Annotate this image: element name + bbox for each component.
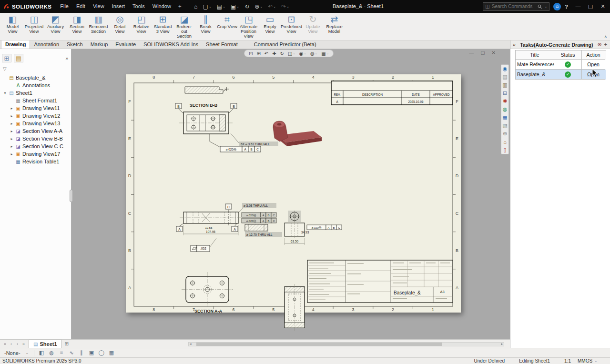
- file-explorer-tab[interactable]: ⊟: [501, 89, 508, 97]
- feature-control-frame[interactable]: ⌀.020Ⓜ A B C: [307, 225, 342, 230]
- tree-item-sheet1[interactable]: ▾▤Sheet1: [0, 89, 71, 97]
- layer-dropdown[interactable]: -None- ⌄: [2, 350, 31, 356]
- tab-markup[interactable]: Markup: [87, 40, 112, 49]
- menu-pin-icon[interactable]: ✦: [175, 4, 184, 9]
- menu-tools[interactable]: Tools: [129, 0, 149, 13]
- hide-show-tab[interactable]: ◉: [501, 65, 508, 73]
- next-sheet-icon[interactable]: ›: [14, 342, 20, 346]
- part-3d-preview[interactable]: [273, 121, 322, 146]
- featuremanager-tab-icon[interactable]: ⊞: [2, 54, 11, 62]
- tree-item-revision-table1[interactable]: ▦Revision Table1: [0, 158, 71, 165]
- search-box[interactable]: ◫ ⌄: [483, 2, 549, 11]
- tab-drawing[interactable]: Drawing: [1, 40, 30, 49]
- scrollbar-thumb[interactable]: [196, 343, 442, 346]
- tab-sheet-format[interactable]: Sheet Format: [202, 40, 242, 49]
- open-button[interactable]: ▤⌄: [215, 3, 227, 10]
- tree-item-drawing-view12[interactable]: ▸▣Drawing View12: [0, 112, 71, 120]
- viewport-minimize-icon[interactable]: —: [469, 50, 474, 55]
- zoom-area-button[interactable]: ⊞: [256, 51, 260, 56]
- hide-show-items-button[interactable]: ◉⌄: [299, 51, 306, 56]
- menu-file[interactable]: File: [56, 0, 72, 13]
- crop-view-button[interactable]: ⌗Crop View: [216, 14, 238, 30]
- tree-item-drawing-view13[interactable]: ▸▣Drawing View13: [0, 120, 71, 127]
- viewport-restore-icon[interactable]: ▢: [480, 50, 485, 55]
- menu-window[interactable]: Window: [149, 0, 175, 13]
- drawing-view-side[interactable]: [285, 211, 305, 238]
- filter-icon[interactable]: ▽: [3, 66, 7, 71]
- pan-button[interactable]: ✚: [272, 51, 276, 56]
- panel-splitter-handle[interactable]: [70, 190, 73, 202]
- tree-item-section-view-b-b[interactable]: ▸◪Section View B-B: [0, 135, 71, 142]
- drawing-view-top[interactable]: [182, 272, 233, 307]
- units-dropdown[interactable]: MMGS ⌄: [578, 358, 608, 364]
- add-sheet-icon[interactable]: ⊞: [65, 341, 69, 346]
- tab-command-predictor-beta[interactable]: Command Predictor (Beta): [250, 40, 320, 49]
- revision-table[interactable]: REV. DESCRIPTION DATE APPROVED A 2025-10…: [331, 81, 453, 105]
- auxiliary-view-button[interactable]: ◩Auxiliary View: [45, 14, 66, 34]
- dimension-text[interactable]: 34.93: [301, 231, 309, 234]
- expand-right-icon[interactable]: ▸: [10, 114, 14, 118]
- horizontal-scrollbar[interactable]: ◂ ▸: [188, 342, 504, 346]
- hole-callout-508[interactable]: ⌀ 5.08 THRU ALL: [238, 203, 276, 213]
- open-link[interactable]: Open: [587, 61, 600, 67]
- appearances-tab[interactable]: ◍: [501, 105, 508, 113]
- expand-right-icon[interactable]: ▸: [10, 137, 14, 141]
- line-thickness-icon[interactable]: ≡: [57, 350, 66, 356]
- home-tab[interactable]: ⌂: [501, 138, 508, 146]
- minimize-button[interactable]: —: [572, 0, 584, 13]
- clipboard-tab[interactable]: ▤: [501, 73, 508, 81]
- section-view-cc[interactable]: ⌀.020Ⓜ A B C ⌀.020Ⓜ A B C ⌀ 12.70 THRU A…: [242, 212, 282, 237]
- flatness-frame[interactable]: .002: [191, 238, 216, 252]
- scroll-right-icon[interactable]: ▸: [501, 342, 503, 346]
- gear-icon[interactable]: ⊛: [597, 41, 601, 48]
- expand-right-icon[interactable]: ▸: [10, 129, 14, 133]
- scroll-left-icon[interactable]: ◂: [190, 342, 192, 346]
- first-sheet-icon[interactable]: «: [2, 342, 8, 346]
- sheet-tab-sheet1[interactable]: ▤ Sheet1: [29, 340, 62, 348]
- options-button[interactable]: ⊛⌄: [253, 3, 264, 10]
- tree-item-baseplate[interactable]: ▤Baseplate_&: [0, 74, 71, 81]
- forum-tab[interactable]: ▯: [501, 146, 508, 154]
- tree-item-sheet-format1[interactable]: ▦Sheet Format1: [0, 97, 71, 104]
- search-caret-icon[interactable]: ⌄: [544, 5, 547, 9]
- table-icon[interactable]: ▦: [107, 350, 116, 356]
- projected-view-button[interactable]: ◫Projected View: [23, 14, 45, 34]
- dimension-text[interactable]: 13.55: [205, 226, 213, 229]
- settings-gear-tab[interactable]: ⊛: [501, 130, 508, 138]
- color-display-mode-icon[interactable]: ▣: [87, 350, 96, 356]
- home-button[interactable]: ⌂: [192, 3, 199, 10]
- last-sheet-icon[interactable]: »: [20, 342, 27, 346]
- search-input[interactable]: [492, 4, 536, 9]
- tree-item-drawing-view17[interactable]: ▸▣Drawing View17: [0, 150, 71, 158]
- line-style-icon[interactable]: ∿: [67, 350, 76, 356]
- user-avatar[interactable]: ☺: [553, 3, 561, 10]
- new-document-button[interactable]: ▢⌄: [201, 3, 214, 10]
- title-block[interactable]: Baseplate_& A3: [307, 260, 453, 303]
- drawing-sheet[interactable]: 87654321 87654321 FEDCBA FEDCBA: [126, 74, 461, 313]
- broken-out-section-button[interactable]: ◪Broken-out Section: [173, 14, 195, 39]
- tab-solidworks-add-ins[interactable]: SOLIDWORKS Add-Ins: [140, 40, 202, 49]
- section-view-button[interactable]: ◨Section View: [66, 14, 88, 34]
- tab-evaluate[interactable]: Evaluate: [112, 40, 140, 49]
- detail-view-button[interactable]: ◎Detail View: [109, 14, 131, 34]
- layer-properties-icon[interactable]: ◧: [37, 350, 46, 356]
- custom-properties-tab[interactable]: ▧: [501, 121, 508, 130]
- expand-panel-icon[interactable]: »: [65, 56, 68, 61]
- replace-model-button[interactable]: ⇄Replace Model: [324, 14, 345, 34]
- tree-item-section-view-c-c[interactable]: ▸◪Section View C-C: [0, 142, 71, 150]
- detail-view-broken-section[interactable]: [185, 87, 229, 93]
- alternate-position-view-button[interactable]: ◳Alternate Position View: [238, 14, 259, 39]
- feature-control-frame[interactable]: ⌀.020Ⓜ A B C: [220, 146, 261, 152]
- hide-show-edges-icon[interactable]: ∥: [77, 350, 86, 356]
- relative-view-button[interactable]: ◰Relative View: [131, 14, 152, 34]
- zoom-fit-button[interactable]: ⊡: [249, 51, 253, 56]
- line-color-icon[interactable]: ◍: [47, 350, 56, 356]
- expand-down-icon[interactable]: ▾: [3, 91, 7, 95]
- dimension-side-height[interactable]: 63.50: [285, 238, 305, 245]
- hole-callout-6x[interactable]: 6X ⌀ 3.61 THRU ALL: [231, 133, 278, 146]
- propertymanager-tab-icon[interactable]: ▤: [14, 54, 23, 62]
- tab-sketch[interactable]: Sketch: [63, 40, 87, 49]
- balloon-icon[interactable]: ◯: [97, 350, 106, 356]
- pin-icon[interactable]: ✦: [604, 42, 608, 47]
- model-view-button[interactable]: ◧Model View: [2, 14, 23, 34]
